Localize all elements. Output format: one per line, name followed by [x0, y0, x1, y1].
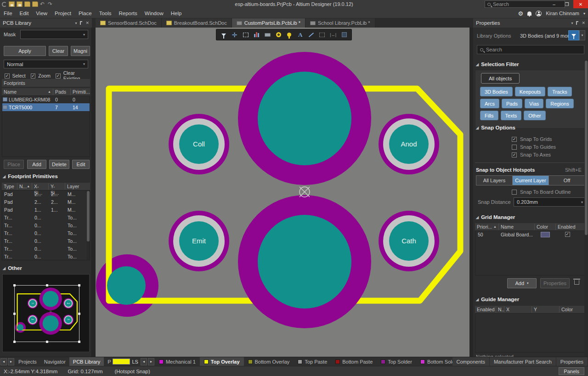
filter-chip-keepouts[interactable]: Keepouts	[515, 87, 545, 96]
close-button[interactable]: ✕	[573, 0, 588, 8]
selection-handle[interactable]	[78, 284, 80, 286]
pad-cath[interactable]: Cath	[379, 211, 439, 271]
pad-bottom-left[interactable]	[107, 266, 146, 305]
layer-tab-bottom-solder[interactable]: Bottom Solder	[416, 357, 452, 366]
settings-gear-icon[interactable]: ⚙	[518, 10, 524, 17]
panels-button[interactable]: Panels	[559, 367, 584, 375]
selection-handle[interactable]	[13, 341, 16, 343]
via-tool-icon[interactable]	[285, 30, 294, 39]
primitive-row[interactable]: Pad2...2...M...	[2, 198, 86, 206]
bottom-tab-navigator[interactable]: Navigator	[40, 357, 69, 366]
filter-chip-other[interactable]: Other	[524, 111, 546, 120]
menu-project[interactable]: Project	[51, 8, 75, 18]
string-tool-icon[interactable]: A	[296, 30, 305, 39]
primitive-row[interactable]: Tr...0...To...	[2, 245, 86, 253]
footprint-preview[interactable]	[2, 274, 90, 352]
segment-current-layer[interactable]: Current Layer	[513, 176, 549, 185]
bottom-tab-manufacturer-part-search[interactable]: Manufacturer Part Search	[490, 357, 556, 366]
menu-help[interactable]: Help	[167, 8, 186, 18]
grid-properties-button[interactable]: Properties	[540, 278, 570, 288]
menu-window[interactable]: Window	[141, 8, 167, 18]
grid-manager-table-header[interactable]: Priori...▲ Name Color Enabled	[475, 223, 586, 230]
filter-tool-icon[interactable]	[219, 30, 228, 39]
line-tool-icon[interactable]	[307, 30, 316, 39]
user-name[interactable]: Kiran Chinnam	[546, 11, 579, 16]
undo-icon[interactable]: ↶	[40, 1, 46, 7]
grid-row-global-board[interactable]: 50 Global Board... ✓	[475, 230, 586, 238]
properties-search-input[interactable]: Search	[477, 45, 584, 54]
primitive-row[interactable]: Tr...0...To...	[2, 213, 86, 221]
guide-manager-table-header[interactable]: Enabled N.. X Y Color	[475, 306, 586, 313]
panel-pin-icon[interactable]	[80, 21, 82, 25]
bottom-tab-pcb-library[interactable]: PCB Library	[69, 357, 104, 366]
panel-close-icon[interactable]: ✕	[582, 21, 585, 25]
mask-combobox[interactable]: ▾	[20, 30, 88, 39]
selection-handle[interactable]	[46, 341, 48, 343]
menu-view[interactable]: View	[32, 8, 51, 18]
segment-off[interactable]: Off	[549, 176, 585, 185]
current-layer-swatch[interactable]	[113, 359, 130, 365]
other-section[interactable]: ◢ Other	[3, 265, 22, 271]
primitives-table-header[interactable]: Type N...▲ X-Si... Y-Si... Layer	[2, 183, 90, 190]
layer-tab-top-solder[interactable]: Top Solder	[377, 357, 416, 366]
pad-tool-icon[interactable]	[274, 30, 283, 39]
selection-handle[interactable]	[13, 313, 16, 315]
panel-pin-icon[interactable]	[576, 21, 578, 25]
filter-chip-texts[interactable]: Texts	[501, 111, 522, 120]
save-icon[interactable]	[9, 1, 15, 7]
pcb-editor-canvas[interactable]: Coll Anod Emit Cath	[96, 28, 469, 357]
grid-manager-section[interactable]: ◢ Grid Manager	[476, 214, 515, 220]
placement-tool-icon[interactable]	[252, 30, 261, 39]
selection-handle[interactable]	[78, 313, 80, 315]
filter-chip-tracks[interactable]: Tracks	[548, 87, 572, 96]
snap-to-guides-checkbox[interactable]	[512, 145, 517, 150]
snap-distance-combobox[interactable]: 0.203mm ▾	[514, 197, 586, 207]
primitive-row[interactable]: Pad2...2...M...	[2, 190, 86, 198]
paste-array-tool-icon[interactable]	[317, 30, 327, 39]
pad-anod[interactable]: Anod	[379, 114, 439, 174]
panel-close-icon[interactable]: ✕	[85, 21, 89, 25]
layer-set-label[interactable]: LS	[132, 359, 138, 365]
select-area-tool-icon[interactable]	[241, 30, 250, 39]
footprints-section-header[interactable]: Footprints	[2, 79, 90, 87]
filter-chip-fills[interactable]: Fills	[480, 111, 498, 120]
open-icon[interactable]	[24, 1, 30, 7]
menu-edit[interactable]: Edit	[16, 8, 33, 18]
menu-place[interactable]: Place	[75, 8, 96, 18]
bottom-tab-components[interactable]: Components	[452, 357, 490, 366]
clear-existing-checkbox[interactable]: ✓	[56, 73, 61, 79]
tab-sensorboard[interactable]: SensorBoard.SchDoc	[96, 18, 162, 28]
bottom-tab-cut[interactable]: P	[104, 357, 112, 366]
open-project-icon[interactable]	[32, 1, 38, 7]
clear-button[interactable]: Clear	[49, 46, 68, 56]
selection-filter-section[interactable]: ◢ Selection Filter	[476, 62, 519, 67]
right-splitter[interactable]	[469, 28, 473, 357]
footprints-table-header[interactable]: Name▲ Pads Primiti...	[2, 88, 90, 95]
edit-button[interactable]: Edit	[72, 160, 90, 169]
tab-school-library[interactable]: School Library.PcbLib *	[305, 18, 375, 28]
pad-coll[interactable]: Coll	[169, 114, 229, 174]
primitive-row[interactable]: Pad1...1...M...	[2, 206, 86, 213]
primitives-scrollbar[interactable]	[86, 190, 90, 260]
dimension-tool-icon[interactable]: |↔|	[328, 30, 338, 39]
panel-dropdown-icon[interactable]: ▾	[571, 21, 573, 25]
user-avatar[interactable]	[536, 11, 542, 17]
user-dropdown-icon[interactable]: ▾	[583, 11, 585, 16]
snap-board-outline-checkbox[interactable]	[512, 190, 517, 195]
footprint-row-lumberg[interactable]: LUMBERG-KRM08 0 0	[2, 95, 90, 103]
menu-file[interactable]: File	[0, 8, 16, 18]
apply-button[interactable]: Apply	[4, 46, 46, 56]
layer-tab-bottom-paste[interactable]: Bottom Paste	[331, 357, 377, 366]
delete-button[interactable]: Delete	[49, 160, 69, 169]
filter-chip-arcs[interactable]: Arcs	[480, 99, 499, 108]
tabs-scroll-right-icon[interactable]: ▸	[8, 358, 14, 365]
add-button[interactable]: Add	[27, 160, 46, 169]
guide-manager-section[interactable]: ◢ Guide Manager	[476, 297, 519, 302]
menu-reports[interactable]: Reports	[115, 8, 141, 18]
place-button[interactable]: Place	[4, 160, 24, 169]
layer-tab-top-paste[interactable]: Top Paste	[294, 357, 331, 366]
all-objects-button[interactable]: All objects	[481, 73, 520, 84]
selection-handle[interactable]	[78, 341, 80, 343]
selection-handle[interactable]	[13, 284, 16, 286]
segment-all-layers[interactable]: All Layers	[476, 176, 513, 185]
